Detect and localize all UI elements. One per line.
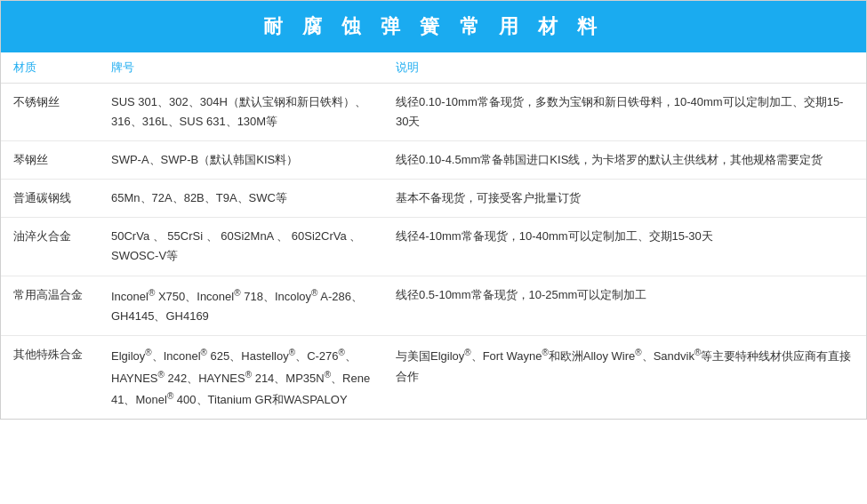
- cell-brand: Elgiloy®、Inconel® 625、Hastelloy®、C-276®、…: [99, 336, 383, 420]
- cell-description: 与美国Elgiloy®、Fort Wayne®和欧洲Alloy Wire®、Sa…: [383, 336, 866, 420]
- table-row: 不锈钢丝SUS 301、302、304H（默认宝钢和新日铁料）、316、316L…: [1, 84, 866, 141]
- table-row: 普通碳钢线65Mn、72A、82B、T9A、SWC等基本不备现货，可接受客户批量…: [1, 180, 866, 218]
- col-header-brand: 牌号: [99, 52, 383, 84]
- col-header-description: 说明: [383, 52, 866, 84]
- main-container: 耐 腐 蚀 弹 簧 常 用 材 料 材质 牌号 说明 不锈钢丝SUS 301、3…: [0, 0, 867, 420]
- cell-material: 常用高温合金: [1, 276, 99, 336]
- page-title: 耐 腐 蚀 弹 簧 常 用 材 料: [1, 1, 866, 52]
- cell-description: 线径0.10-10mm常备现货，多数为宝钢和新日铁母料，10-40mm可以定制加…: [383, 84, 866, 141]
- cell-brand: 50CrVa 、 55CrSi 、 60Si2MnA 、 60Si2CrVa 、…: [99, 218, 383, 276]
- cell-brand: SWP-A、SWP-B（默认韩国KIS料）: [99, 141, 383, 180]
- col-header-material: 材质: [1, 52, 99, 84]
- cell-description: 基本不备现货，可接受客户批量订货: [383, 180, 866, 218]
- cell-brand: 65Mn、72A、82B、T9A、SWC等: [99, 180, 383, 218]
- cell-description: 线径0.5-10mm常备现货，10-25mm可以定制加工: [383, 276, 866, 336]
- cell-material: 油淬火合金: [1, 218, 99, 276]
- cell-material: 普通碳钢线: [1, 180, 99, 218]
- cell-description: 线径4-10mm常备现货，10-40mm可以定制加工、交期15-30天: [383, 218, 866, 276]
- table-header-row: 材质 牌号 说明: [1, 52, 866, 84]
- cell-brand: SUS 301、302、304H（默认宝钢和新日铁料）、316、316L、SUS…: [99, 84, 383, 141]
- table-row: 其他特殊合金Elgiloy®、Inconel® 625、Hastelloy®、C…: [1, 336, 866, 420]
- cell-brand: Inconel® X750、Inconel® 718、Incoloy® A-28…: [99, 276, 383, 336]
- cell-material: 其他特殊合金: [1, 336, 99, 420]
- cell-material: 琴钢丝: [1, 141, 99, 180]
- table-row: 油淬火合金50CrVa 、 55CrSi 、 60Si2MnA 、 60Si2C…: [1, 218, 866, 276]
- materials-table: 材质 牌号 说明 不锈钢丝SUS 301、302、304H（默认宝钢和新日铁料）…: [1, 52, 866, 419]
- cell-description: 线径0.10-4.5mm常备韩国进口KIS线，为卡塔罗的默认主供线材，其他规格需…: [383, 141, 866, 180]
- cell-material: 不锈钢丝: [1, 84, 99, 141]
- table-row: 常用高温合金Inconel® X750、Inconel® 718、Incoloy…: [1, 276, 866, 336]
- table-row: 琴钢丝SWP-A、SWP-B（默认韩国KIS料）线径0.10-4.5mm常备韩国…: [1, 141, 866, 180]
